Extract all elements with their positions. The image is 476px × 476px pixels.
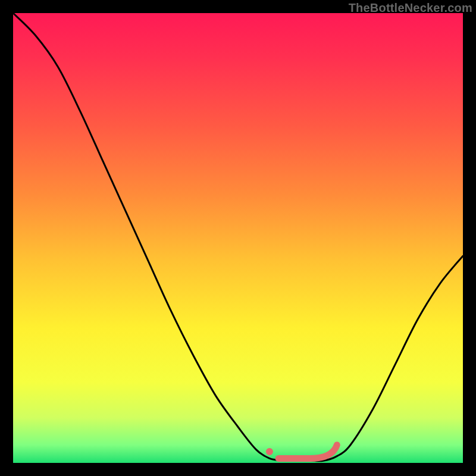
marker-dot [266, 448, 273, 455]
watermark-text: TheBottleNecker.com [349, 1, 472, 15]
gradient-background [13, 13, 463, 463]
chart-svg [13, 13, 463, 463]
chart-frame [13, 13, 463, 463]
plot-area [13, 13, 463, 463]
